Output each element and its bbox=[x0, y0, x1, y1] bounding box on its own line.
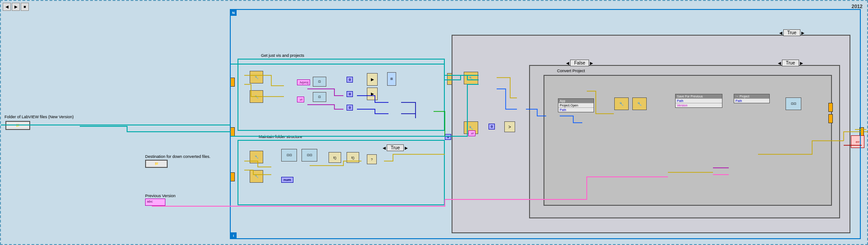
inner-true-box[interactable]: True bbox=[782, 60, 799, 66]
array-node2[interactable]: ⊡ bbox=[313, 92, 326, 102]
main-case-structure: ◀ True ▶ 🔧 🔧 .vi 0 > ◀ True ▶ ◀ False ▶ bbox=[452, 35, 850, 233]
toolbar-forward-btn[interactable]: ▶ bbox=[12, 3, 20, 11]
num-const-bot[interactable]: num bbox=[281, 177, 293, 183]
lvproj-const[interactable]: .lvproj bbox=[297, 79, 310, 85]
path-port-label: Path bbox=[558, 107, 594, 112]
inner-case-structure: ◀ True ▶ ◀ False ▶ Convert Project App P… bbox=[529, 65, 840, 218]
vi-node-convert2[interactable]: 🔧 bbox=[632, 97, 647, 110]
select-node2[interactable]: ▶ bbox=[367, 88, 378, 100]
vi-node-maintain2[interactable]: 🔧 bbox=[250, 170, 263, 183]
convert-project-label: Convert Project bbox=[557, 69, 585, 73]
previous-version-control[interactable]: abc bbox=[145, 199, 165, 206]
fn-node1[interactable]: f() bbox=[329, 152, 341, 163]
true-case-box[interactable]: True bbox=[783, 29, 800, 36]
save-for-previous-node[interactable]: Save For Previous Path Version bbox=[675, 94, 722, 108]
true-selector-bottom: ◀ True ▶ bbox=[383, 144, 408, 151]
toolbar-stop-btn[interactable]: ■ bbox=[21, 3, 29, 11]
vi-node-case1[interactable]: 🔧 bbox=[464, 72, 478, 84]
num-const-right[interactable]: 0 bbox=[489, 124, 495, 129]
build-array1[interactable]: ⊞ bbox=[387, 72, 396, 86]
maintain-folder-label: Maintain folder structure bbox=[259, 134, 302, 139]
vi-node-filter2[interactable]: 🔧 bbox=[250, 90, 263, 103]
year-label: 2012 bbox=[852, 4, 863, 9]
project-open-node[interactable]: App Project.Open Path bbox=[558, 98, 594, 112]
bottom-subbox: Maintain folder structure 🔧 🔧 ⊡⊡ ⊡⊡ f() … bbox=[238, 140, 445, 205]
num-const-0a[interactable]: 0 bbox=[347, 77, 353, 83]
false-selector: ◀ False ▶ bbox=[566, 60, 593, 66]
vi-node-filter1[interactable]: 🔧 bbox=[250, 71, 263, 83]
top-subbox: Get just vis and projects 🔧 🔧 .lvproj .v… bbox=[238, 59, 445, 131]
folder-input-label: Folder of LabVIEW files (New Version) bbox=[5, 115, 74, 119]
vi-node-maintain1[interactable]: 🔧 bbox=[250, 151, 263, 163]
labview-canvas: ◀ ▶ ■ 2012 bbox=[0, 0, 868, 245]
compare-node[interactable]: > bbox=[504, 121, 515, 132]
array-node1[interactable]: ⊡ bbox=[313, 77, 326, 87]
vi-node-convert1[interactable]: 🔧 bbox=[614, 97, 629, 110]
num-const-0c[interactable]: 0 bbox=[347, 105, 353, 111]
shift-reg-right1[interactable] bbox=[828, 103, 833, 112]
destination-control[interactable]: 📁 bbox=[145, 160, 168, 168]
path-port2: Path bbox=[676, 98, 722, 103]
loop-i-terminal[interactable]: i bbox=[230, 232, 237, 239]
previous-version-label: Previous Version bbox=[145, 194, 176, 198]
project-open-header: App bbox=[558, 99, 594, 103]
array-node3[interactable]: ⊡⊡ bbox=[281, 149, 297, 162]
loop-n-terminal[interactable]: N bbox=[230, 9, 237, 16]
project-node-right[interactable]: → Project Path bbox=[734, 94, 770, 103]
save-prev-header: Save For Previous bbox=[676, 94, 722, 98]
num-const-0b[interactable]: 0 bbox=[347, 91, 353, 97]
fn-node2[interactable]: f() bbox=[347, 152, 359, 163]
convert-project-box: App Project.Open Path Save For Previous … bbox=[544, 75, 832, 206]
inner-true-selector: ◀ True ▶ bbox=[778, 60, 803, 66]
folder-control[interactable]: 📁 bbox=[5, 121, 30, 130]
get-just-vis-label: Get just vis and projects bbox=[261, 53, 304, 58]
destination-label: Destination for down converted files. bbox=[145, 154, 210, 159]
array-node4[interactable]: ⊡⊡ bbox=[302, 149, 317, 162]
vi-ext-const[interactable]: .vi bbox=[297, 97, 304, 102]
toolbar-back-btn[interactable]: ◀ bbox=[3, 3, 11, 11]
array-node-output[interactable]: ⊡⊡ bbox=[786, 97, 801, 110]
fn-node-q[interactable]: ? bbox=[367, 154, 377, 164]
version-port: Version bbox=[676, 103, 722, 107]
select-node1[interactable]: ▶ bbox=[367, 73, 378, 86]
project-open-label: Project.Open bbox=[558, 103, 594, 107]
true-box-bottom[interactable]: True bbox=[387, 144, 404, 151]
toolbar: ◀ ▶ ■ bbox=[3, 3, 29, 11]
shift-reg-right2[interactable] bbox=[828, 114, 833, 123]
true-selector-main: ◀ True ▶ bbox=[779, 29, 804, 36]
false-case-box[interactable]: False bbox=[570, 60, 589, 66]
vi-string[interactable]: .vi bbox=[468, 130, 475, 136]
